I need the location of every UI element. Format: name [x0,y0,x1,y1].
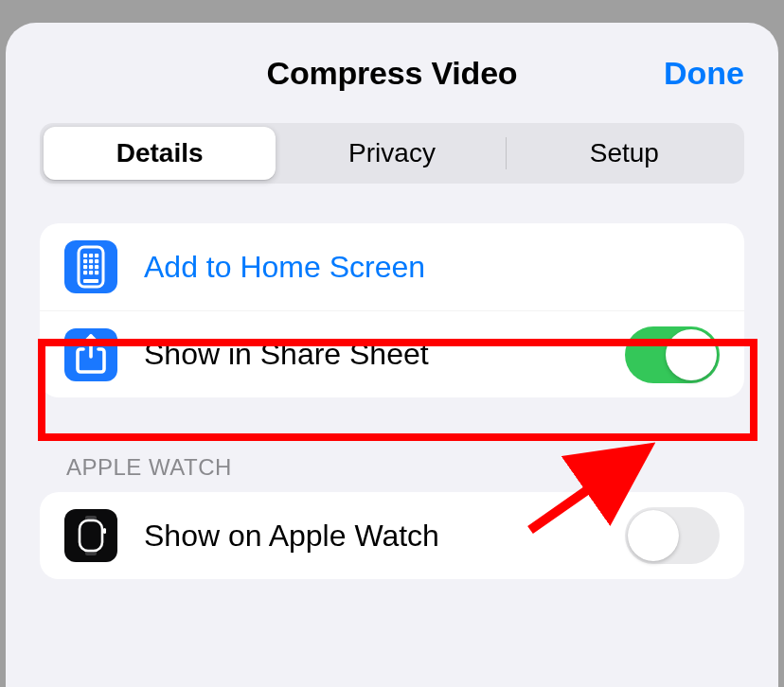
svg-rect-9 [95,265,98,269]
svg-rect-13 [83,279,98,283]
sheet-title: Compress Video [267,55,518,92]
tab-setup[interactable]: Setup [508,127,740,180]
svg-rect-12 [95,271,98,274]
svg-rect-4 [83,259,87,263]
apple-watch-section-header: APPLE WATCH [66,454,744,481]
svg-rect-1 [83,254,87,257]
svg-rect-16 [80,520,102,551]
done-button[interactable]: Done [664,55,744,92]
share-sheet-icon [64,328,117,381]
sheet-content: Details Privacy Setup [6,123,778,579]
toggle-knob [628,510,679,561]
svg-rect-5 [89,259,93,263]
tab-segmented-control[interactable]: Details Privacy Setup [40,123,744,184]
show-on-apple-watch-label: Show on Apple Watch [144,519,625,554]
sheet-header: Compress Video Done [6,23,778,123]
settings-sheet: Compress Video Done Details Privacy Setu… [6,23,778,687]
svg-rect-8 [89,265,93,269]
add-to-home-screen-label: Add to Home Screen [144,250,720,285]
svg-rect-3 [95,254,98,257]
apple-watch-icon [64,509,117,562]
apple-watch-list: Show on Apple Watch [40,492,744,579]
add-to-home-screen-row[interactable]: Add to Home Screen [40,223,744,310]
svg-rect-17 [103,528,106,534]
toggle-knob [666,329,717,380]
show-in-share-sheet-label: Show in Share Sheet [144,337,625,372]
show-on-apple-watch-row: Show on Apple Watch [40,492,744,579]
tab-privacy[interactable]: Privacy [276,127,508,180]
svg-rect-2 [89,254,93,257]
svg-rect-10 [83,271,87,274]
show-in-share-sheet-toggle[interactable] [625,326,720,383]
tab-details[interactable]: Details [44,127,276,180]
show-on-apple-watch-toggle[interactable] [625,507,720,564]
details-list: Add to Home Screen Show in Share Sheet [40,223,744,397]
show-in-share-sheet-row: Show in Share Sheet [40,310,744,397]
home-screen-icon [64,240,117,293]
svg-rect-6 [95,259,98,263]
svg-rect-7 [83,265,87,269]
svg-rect-11 [89,271,93,274]
